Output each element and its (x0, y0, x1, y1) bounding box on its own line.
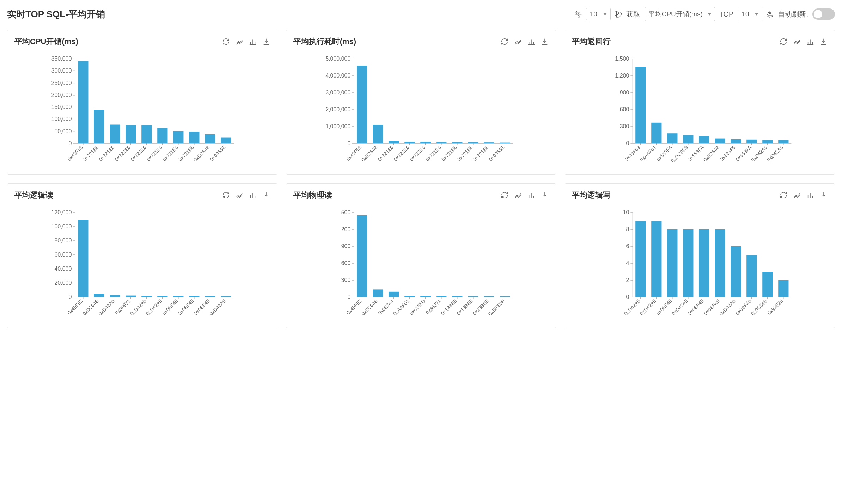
interval-select[interactable]: 10 (586, 8, 611, 20)
chart-bar[interactable] (78, 61, 88, 143)
chart-bar[interactable] (389, 141, 399, 143)
chart-bar[interactable] (484, 296, 494, 297)
metric-select[interactable]: 平均CPU开销(ms) (645, 7, 715, 21)
chart-bar[interactable] (373, 289, 383, 297)
chart-bar[interactable] (357, 215, 367, 297)
download-icon[interactable] (262, 38, 270, 45)
download-icon[interactable] (262, 191, 270, 199)
chart-bar[interactable] (78, 220, 88, 297)
line-chart-icon[interactable] (236, 38, 243, 45)
bar-chart-icon[interactable] (806, 38, 814, 45)
download-icon[interactable] (820, 191, 828, 199)
chart-bar[interactable] (221, 138, 231, 143)
chart-bar[interactable] (221, 296, 231, 297)
chart-bar[interactable] (404, 296, 415, 297)
chart-bar[interactable] (636, 67, 646, 143)
download-icon[interactable] (541, 38, 549, 45)
chart-bar[interactable] (484, 142, 494, 143)
chart-bar[interactable] (452, 142, 462, 143)
line-chart-icon[interactable] (793, 38, 801, 45)
chart-bar[interactable] (779, 140, 789, 143)
svg-text:0x721E6: 0x721E6 (408, 145, 426, 162)
chart-bar[interactable] (126, 125, 136, 143)
bar-chart-icon[interactable] (806, 191, 814, 199)
chart-bar[interactable] (357, 66, 367, 143)
chart-bar[interactable] (731, 139, 741, 143)
top-select[interactable]: 10 (738, 8, 762, 20)
chart-bar[interactable] (699, 229, 709, 297)
chart-bar[interactable] (141, 125, 152, 143)
chart-bar[interactable] (500, 143, 510, 143)
every-label: 每 (575, 10, 582, 19)
svg-text:0: 0 (626, 140, 629, 146)
svg-text:100,000: 100,000 (51, 223, 72, 229)
chart-bar[interactable] (189, 296, 199, 297)
chart-bar[interactable] (126, 296, 136, 297)
svg-text:150,000: 150,000 (51, 104, 72, 110)
chart-bar[interactable] (683, 229, 694, 297)
chart-bar[interactable] (500, 296, 510, 297)
chart-bar[interactable] (404, 142, 415, 143)
bar-chart-icon[interactable] (527, 38, 535, 45)
chart-bar[interactable] (683, 135, 694, 143)
line-chart-icon[interactable] (793, 191, 801, 199)
download-icon[interactable] (541, 191, 549, 199)
chart-bar[interactable] (667, 229, 678, 297)
download-icon[interactable] (820, 38, 828, 45)
chart-bar[interactable] (205, 134, 215, 143)
bar-chart-icon[interactable] (249, 38, 257, 45)
chart-bar[interactable] (420, 296, 431, 297)
chart-bar[interactable] (157, 128, 167, 143)
refresh-icon[interactable] (222, 38, 230, 45)
chart-bar[interactable] (699, 136, 709, 143)
line-chart-icon[interactable] (514, 191, 522, 199)
chart-bar[interactable] (389, 292, 399, 297)
chart-bar[interactable] (94, 110, 104, 143)
refresh-icon[interactable] (222, 191, 230, 199)
chart-bar[interactable] (436, 296, 446, 297)
chart-bar[interactable] (436, 142, 446, 143)
chart-bar[interactable] (636, 221, 646, 297)
chart-bar[interactable] (747, 140, 757, 143)
line-chart-icon[interactable] (514, 38, 522, 45)
card-header: 平均逻辑读 (14, 190, 270, 201)
chart-bar[interactable] (141, 296, 152, 297)
chart-bar[interactable] (157, 296, 167, 297)
svg-text:0x18BB8: 0x18BB8 (471, 298, 490, 316)
chart-bar[interactable] (468, 142, 478, 143)
chart-bar[interactable] (747, 255, 757, 297)
chart-bar[interactable] (110, 125, 120, 143)
line-chart-icon[interactable] (236, 191, 243, 199)
chart-bar[interactable] (763, 272, 773, 297)
icon-group (222, 38, 270, 45)
svg-text:0x721E6: 0x721E6 (177, 145, 195, 162)
svg-text:1,200: 1,200 (615, 73, 629, 79)
svg-text:4,000,000: 4,000,000 (325, 73, 350, 79)
chart-bar[interactable] (468, 296, 478, 297)
chart-bar[interactable] (110, 295, 120, 297)
chart-bar[interactable] (94, 294, 104, 297)
chart-bar[interactable] (715, 229, 725, 297)
chart-bar[interactable] (452, 296, 462, 297)
refresh-icon[interactable] (780, 38, 787, 45)
chart-bar[interactable] (652, 221, 662, 297)
auto-refresh-toggle[interactable] (812, 8, 835, 20)
chart-bar[interactable] (763, 140, 773, 143)
chart-bar[interactable] (420, 142, 431, 143)
chart-bar[interactable] (652, 123, 662, 143)
refresh-icon[interactable] (501, 38, 508, 45)
chart-bar[interactable] (715, 139, 725, 143)
refresh-icon[interactable] (501, 191, 508, 199)
chart-bar[interactable] (173, 131, 183, 143)
chart-bar[interactable] (667, 133, 678, 143)
chart-bar[interactable] (173, 296, 183, 297)
chart-bar[interactable] (205, 296, 215, 297)
chart-bar[interactable] (189, 132, 199, 143)
bar-chart-icon[interactable] (249, 191, 257, 199)
chart-bar[interactable] (373, 125, 383, 143)
chart-bar[interactable] (779, 280, 789, 297)
chart-bar[interactable] (731, 246, 741, 297)
bar-chart-icon[interactable] (527, 191, 535, 199)
refresh-icon[interactable] (780, 191, 787, 199)
svg-text:900: 900 (341, 243, 350, 249)
